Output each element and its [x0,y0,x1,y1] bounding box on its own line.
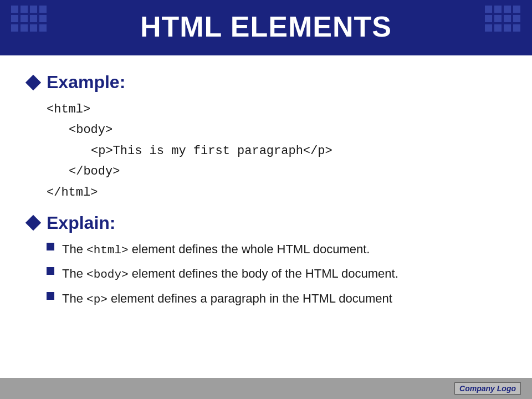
code-line-body-close: </body> [69,161,504,182]
footer: Company Logo [0,378,532,399]
code-line-html-open: <html> [47,99,504,120]
explain-heading-text: Explain: [47,213,115,233]
explain-text-1: The <html> element defines the whole HTM… [62,240,504,259]
explain-item-2: The <body> element defines the body of t… [47,264,504,284]
explain-text-2: The <body> element defines the body of t… [62,264,504,284]
main-content: Example: <html> <body> <p>This is my fir… [0,55,532,378]
example-heading-text: Example: [47,72,125,93]
example-heading: Example: [28,72,504,93]
code-block: <html> <body> <p>This is my first paragr… [47,99,504,203]
slide: HTML ELEMENTS Example: <html> <body> <p>… [0,0,532,399]
explain-item-3: The <p> element defines a paragraph in t… [47,289,504,309]
html-tag-1: <html> [86,244,129,257]
header-band: HTML ELEMENTS [0,0,532,55]
slide-title: HTML ELEMENTS [140,10,392,43]
explain-section: Explain: The <html> element defines the … [28,213,504,309]
explain-heading: Explain: [28,213,504,233]
body-tag-1: <body> [86,268,129,281]
company-logo: Company Logo [454,382,521,395]
diamond-bullet-explain [25,215,41,231]
code-line-body-open: <body> [69,120,504,140]
code-line-html-close: </html> [47,182,504,203]
square-bullet-2 [47,267,54,275]
explain-item-1: The <html> element defines the whole HTM… [47,240,504,259]
square-bullet-3 [47,292,54,300]
explain-text-3: The <p> element defines a paragraph in t… [62,289,504,309]
code-line-p: <p>This is my first paragraph</p> [91,141,504,161]
header-dots-left [11,6,47,32]
diamond-bullet-example [25,74,41,90]
explain-items: The <html> element defines the whole HTM… [47,240,504,309]
p-tag-1: <p> [86,293,108,306]
header-dots-right [485,6,521,32]
square-bullet-1 [47,243,54,250]
